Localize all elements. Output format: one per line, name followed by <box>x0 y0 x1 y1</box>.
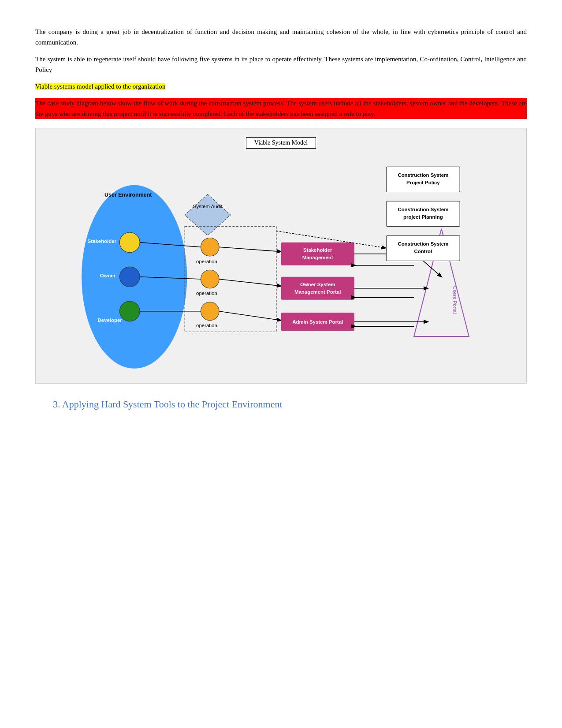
svg-line-21 <box>219 279 281 286</box>
section-number: 3. <box>53 399 60 410</box>
svg-text:operation: operation <box>196 291 217 296</box>
svg-point-4 <box>119 267 140 287</box>
section-title: Applying Hard System Tools to the Projec… <box>62 399 283 410</box>
svg-text:Developer: Developer <box>98 317 123 323</box>
svg-point-2 <box>119 232 140 253</box>
svg-text:Construction System: Construction System <box>398 241 448 246</box>
svg-line-20 <box>219 247 281 251</box>
svg-rect-23 <box>281 243 354 265</box>
highlight-red-text: The case study diagram below show the fl… <box>35 98 527 119</box>
svg-text:Project Policy: Project Policy <box>406 180 440 185</box>
svg-point-11 <box>201 238 220 256</box>
svg-text:System Audit: System Audit <box>193 204 223 209</box>
diagram-title: Viable System Model <box>45 137 517 149</box>
svg-text:operation: operation <box>196 259 217 264</box>
svg-text:project Planning: project Planning <box>403 214 443 220</box>
svg-text:Control: Control <box>414 249 432 254</box>
paragraph-1: The company is doing a great job in dece… <box>35 26 527 48</box>
svg-text:Management: Management <box>302 255 333 260</box>
svg-point-6 <box>119 301 140 321</box>
svg-text:Stakeholder: Stakeholder <box>303 247 332 253</box>
svg-text:Admin System Portal: Admin System Portal <box>292 319 343 325</box>
svg-point-15 <box>201 302 220 321</box>
section-3-heading: 3. Applying Hard System Tools to the Pro… <box>35 397 527 411</box>
svg-text:Users Portal: Users Portal <box>452 286 458 314</box>
svg-rect-26 <box>281 277 354 300</box>
svg-text:Stakeholder: Stakeholder <box>88 239 117 244</box>
svg-point-13 <box>201 270 220 288</box>
svg-marker-8 <box>185 194 231 236</box>
vsm-diagram: Viable System Model User Environment Sta… <box>35 128 527 384</box>
svg-text:Owner System: Owner System <box>300 282 335 287</box>
svg-line-22 <box>219 311 281 321</box>
svg-text:Owner: Owner <box>100 273 116 278</box>
paragraph-2: The system is able to regenerate itself … <box>35 54 527 75</box>
svg-text:operation: operation <box>196 323 217 328</box>
svg-text:Construction System: Construction System <box>398 172 448 178</box>
svg-text:Construction System: Construction System <box>398 207 448 212</box>
highlight-yellow-text: Viable systems model applied to the orga… <box>35 81 527 92</box>
svg-text:Management Portal: Management Portal <box>294 289 341 295</box>
svg-text:User Environment: User Environment <box>104 192 152 198</box>
